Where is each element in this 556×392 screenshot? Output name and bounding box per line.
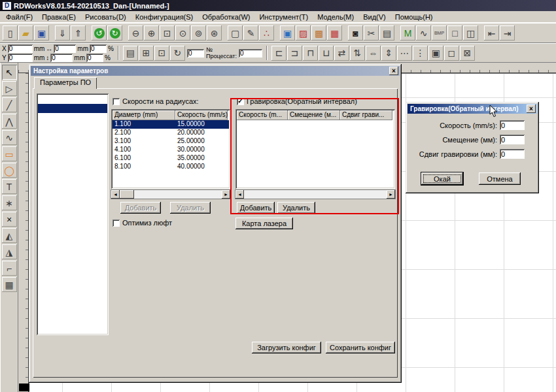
same-width-icon[interactable]: ⇔: [366, 46, 381, 61]
select-frame-icon[interactable]: ▢: [228, 25, 243, 41]
menu-item[interactable]: Обработка(W): [198, 12, 254, 22]
radius-table-row[interactable]: 8.100 40.00000: [113, 163, 229, 171]
window-titlebar[interactable]: D RDWorksV8.01.54-20210513_Dan-[Unnamed-…: [0, 0, 556, 11]
laser-map-button[interactable]: Карта лазера: [235, 218, 293, 229]
menu-item[interactable]: Конфигурация(S): [131, 12, 198, 22]
menu-item[interactable]: Файл(F): [1, 12, 37, 22]
pick-pen-icon[interactable]: ✎: [243, 25, 258, 41]
menu-item[interactable]: Модель(M): [313, 12, 358, 22]
menu-item[interactable]: Помощь(H): [391, 12, 438, 22]
shift-input[interactable]: [500, 149, 525, 159]
menu-item[interactable]: Инструмент(T): [254, 12, 313, 22]
rotate-angle-input[interactable]: [187, 49, 204, 57]
radius-table-scrollbar[interactable]: ◄ ►: [111, 190, 230, 199]
diameter-column-header[interactable]: Диаметр (mm): [113, 110, 175, 120]
text-tool-icon[interactable]: T: [2, 179, 17, 194]
same-height-icon[interactable]: ⇕: [381, 46, 396, 61]
output-preview-icon[interactable]: ▤: [123, 46, 138, 61]
settings-dialog-titlebar[interactable]: Настройка параметров ×: [31, 66, 400, 76]
engrave-offset-column-header[interactable]: Смещение (м...: [288, 110, 340, 120]
scroll-right-button[interactable]: ►: [222, 190, 230, 199]
category-item[interactable]: [38, 122, 107, 131]
zoom-window-icon[interactable]: ⊡: [160, 25, 175, 41]
category-item[interactable]: [38, 113, 107, 122]
node-edit-tool-icon[interactable]: ▷: [2, 81, 17, 96]
fit-right-icon[interactable]: ⇥: [500, 25, 515, 41]
dither-pattern-2-icon[interactable]: ▩: [311, 25, 326, 41]
height-input[interactable]: [50, 54, 73, 62]
center-vertical-icon[interactable]: ⇅: [350, 46, 365, 61]
menu-item[interactable]: Правка(E): [37, 12, 80, 22]
dither-pattern-1-icon[interactable]: ▨: [296, 25, 311, 41]
radius-table-row[interactable]: 4.100 30.00000: [113, 146, 229, 154]
category-item[interactable]: [38, 104, 107, 113]
offset-tool-icon[interactable]: ⌐: [2, 261, 17, 276]
speed-input[interactable]: [500, 120, 525, 130]
check-draw-icon[interactable]: □: [447, 25, 462, 41]
mirror-horizontal-icon[interactable]: ◭: [2, 228, 17, 243]
scroll-right-button[interactable]: ►: [387, 190, 395, 199]
rectangle-tool-icon[interactable]: ▭: [2, 146, 17, 161]
dither-pattern-3-icon[interactable]: ▦: [327, 25, 342, 41]
camera-icon[interactable]: ◙: [348, 25, 363, 41]
line-tool-icon[interactable]: ╱: [2, 97, 17, 112]
speed-column-header[interactable]: Скорость (mm/s): [175, 110, 228, 120]
array-tool-icon[interactable]: ▦: [2, 277, 17, 292]
zoom-all-icon[interactable]: ⊛: [207, 25, 222, 41]
engrave-checkbox[interactable]: ✓ Гравировка(Обратный интервал): [237, 97, 357, 105]
delete-tool-icon[interactable]: ×: [2, 212, 17, 227]
distribute-vertical-icon[interactable]: ⋮: [413, 46, 428, 61]
process-count-input[interactable]: [239, 49, 262, 57]
preview-monitor-icon[interactable]: ▣: [280, 25, 295, 41]
zoom-extents-icon[interactable]: ⊙: [175, 25, 190, 41]
engrave-delete-button[interactable]: Удалить: [277, 202, 315, 214]
ok-button[interactable]: Окай: [421, 172, 463, 185]
rotate-icon[interactable]: ↻: [170, 46, 185, 61]
width-input[interactable]: [54, 44, 76, 53]
mirror-vertical-icon[interactable]: ◮: [2, 244, 17, 259]
lock-icon[interactable]: ⊠: [460, 46, 475, 61]
y-position-input[interactable]: [8, 54, 33, 62]
open-folder-icon[interactable]: ▰: [18, 25, 33, 41]
scroll-left-button[interactable]: ◄: [111, 190, 120, 199]
engrave-table-scrollbar[interactable]: ◄ ►: [235, 190, 395, 199]
spray-icon[interactable]: ∴: [259, 25, 274, 41]
cut-knife-icon[interactable]: ✂: [364, 25, 379, 41]
zoom-out-icon[interactable]: ⊖: [128, 25, 143, 41]
engrave-dialog-titlebar[interactable]: Гравировка(Обратный интервал) ×: [408, 104, 537, 114]
anchor-grid-icon[interactable]: ⊞: [139, 46, 154, 61]
menu-item[interactable]: Рисовать(D): [80, 12, 131, 22]
cancel-button[interactable]: Отмена: [479, 172, 521, 185]
align-right-icon[interactable]: ⊐: [287, 46, 302, 61]
radius-table-row[interactable]: 2.100 20.00000: [113, 129, 229, 137]
offset-input[interactable]: [500, 135, 525, 144]
align-left-icon[interactable]: ⊏: [271, 46, 287, 61]
x-scale-input[interactable]: [90, 44, 107, 53]
center-horizontal-icon[interactable]: ⇄: [334, 46, 349, 61]
ungroup-icon[interactable]: ◻: [444, 46, 459, 61]
align-top-icon[interactable]: ⊓: [303, 46, 318, 61]
menu-item[interactable]: Вид(V): [358, 12, 391, 22]
scroll-track[interactable]: [120, 190, 222, 199]
undo-icon[interactable]: ↺: [92, 25, 107, 41]
star-tool-icon[interactable]: ∗: [2, 195, 17, 210]
y-scale-input[interactable]: [86, 54, 103, 62]
bmp-icon[interactable]: BMP: [432, 25, 447, 41]
export-device-icon[interactable]: ⇑: [71, 25, 86, 41]
curve-tool-icon[interactable]: ∿: [2, 130, 17, 145]
material-m-icon[interactable]: M: [400, 25, 415, 41]
frame-select-icon[interactable]: ⊡: [154, 46, 169, 61]
polyline-tool-icon[interactable]: ⋀: [2, 114, 17, 129]
category-item[interactable]: [38, 95, 107, 104]
node-grid-icon[interactable]: ◫: [463, 25, 478, 41]
redo-icon[interactable]: ↻: [107, 25, 122, 41]
tab-software-params[interactable]: Параметры ПО: [34, 77, 97, 89]
new-file-icon[interactable]: ▯: [3, 25, 18, 41]
fit-left-icon[interactable]: ⇤: [484, 25, 499, 41]
zoom-selection-icon[interactable]: ⊚: [191, 25, 206, 41]
scroll-track[interactable]: [244, 190, 387, 199]
group-icon[interactable]: ▣: [428, 46, 443, 61]
engrave-add-button[interactable]: Добавить: [237, 202, 275, 214]
radius-speed-checkbox[interactable]: Скорости на радиусах:: [113, 97, 199, 105]
curve-icon[interactable]: ∿: [416, 25, 431, 41]
